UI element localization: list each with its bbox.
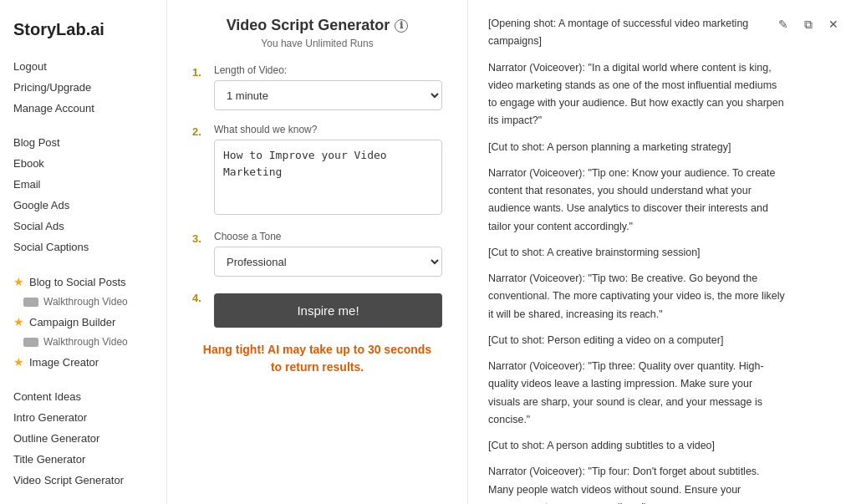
step-3: 3. Choose a Tone ProfessionalCasualInspi… [192, 231, 442, 277]
inspire-button[interactable]: Inspire me! [214, 293, 442, 328]
edit-icon[interactable]: ✎ [774, 15, 792, 33]
star-icon: ★ [13, 355, 24, 369]
loading-line2: to return results. [271, 360, 364, 374]
output-paragraph: [Cut to shot: A person adding subtitles … [488, 437, 786, 455]
step-3-num: 3. [192, 231, 206, 277]
step-2-content: What should we know? [214, 124, 442, 217]
output-paragraph: Narrator (Voiceover): "Tip two: Be creat… [488, 270, 786, 323]
pricing-link[interactable]: Pricing/Upgrade [0, 77, 166, 98]
output-icons: ✎ ⧉ ✕ [774, 15, 843, 33]
outline-generator-link[interactable]: Outline Generator [0, 428, 166, 449]
email-link[interactable]: Email [0, 174, 166, 195]
step-3-content: Choose a Tone ProfessionalCasualInspirat… [214, 231, 442, 277]
content-ideas-link[interactable]: Content Ideas [0, 386, 166, 407]
logo: StoryLab.ai [0, 13, 166, 56]
video-length-select[interactable]: 30 seconds1 minute2 minutes3 minutes5 mi… [214, 80, 442, 110]
main: Video Script Generator ℹ You have Unlimi… [167, 0, 856, 504]
tool-nav: Blog PostEbookEmailGoogle AdsSocial AdsS… [0, 132, 166, 257]
copy-icon[interactable]: ⧉ [799, 15, 818, 33]
loading-line1: Hang tight! AI may take up to 30 seconds [203, 343, 431, 356]
video-icon-small [23, 298, 38, 307]
step-4-content: Inspire me! [214, 293, 442, 328]
image-creator-link[interactable]: ★Image Creator [0, 351, 166, 373]
bottom-nav: Content IdeasIntro GeneratorOutline Gene… [0, 386, 166, 491]
ebook-link[interactable]: Ebook [0, 153, 166, 174]
close-icon[interactable]: ✕ [824, 15, 843, 33]
unlimited-runs-text: You have Unlimited Runs [192, 38, 442, 49]
social-captions-link[interactable]: Social Captions [0, 237, 166, 257]
output-panel: ✎ ⧉ ✕ [Opening shot: A montage of succes… [468, 0, 856, 504]
step-4-num: 4. [192, 290, 206, 328]
manage-account-link[interactable]: Manage Account [0, 98, 166, 119]
social-ads-link[interactable]: Social Ads [0, 216, 166, 237]
step-1: 1. Length of Video: 30 seconds1 minute2 … [192, 64, 442, 110]
output-paragraph: Narrator (Voiceover): "In a digital worl… [488, 59, 786, 130]
output-paragraph: [Cut to shot: Person editing a video on … [488, 332, 786, 349]
center-panel: Video Script Generator ℹ You have Unlimi… [167, 0, 468, 504]
title-generator-link[interactable]: Title Generator [0, 449, 166, 470]
output-paragraph: Narrator (Voiceover): "Tip three: Qualit… [488, 358, 786, 429]
step-4: 4. Inspire me! [192, 290, 442, 328]
page-title-container: Video Script Generator ℹ [192, 17, 442, 34]
google-ads-link[interactable]: Google Ads [0, 195, 166, 216]
campaign-builder-link[interactable]: ★Campaign Builder [0, 311, 166, 333]
sidebar: StoryLab.ai LogoutPricing/UpgradeManage … [0, 0, 167, 504]
star-icon: ★ [13, 315, 24, 328]
video-icon-small [23, 338, 38, 347]
output-paragraph: Narrator (Voiceover): "Tip four: Don't f… [488, 463, 786, 504]
output-paragraph: [Cut to shot: A creative brainstorming s… [488, 244, 786, 262]
step-2-num: 2. [192, 124, 206, 217]
page-title-text: Video Script Generator [227, 17, 390, 34]
step-1-num: 1. [192, 64, 206, 110]
step-3-label: Choose a Tone [214, 231, 442, 242]
star-icon: ★ [13, 275, 24, 288]
campaign-builder-link-walkthrough[interactable]: Walkthrough Video [0, 333, 166, 351]
tone-select[interactable]: ProfessionalCasualInspirationalHumorousI… [214, 247, 442, 277]
step-2: 2. What should we know? [192, 124, 442, 217]
output-paragraph: [Cut to shot: A person planning a market… [488, 139, 786, 156]
blog-to-social-link[interactable]: ★Blog to Social Posts [0, 271, 166, 293]
output-paragraph: Narrator (Voiceover): "Tip one: Know you… [488, 165, 786, 236]
info-icon[interactable]: ℹ [395, 19, 408, 33]
logout-link[interactable]: Logout [0, 56, 166, 77]
output-text: [Opening shot: A montage of successful v… [488, 15, 836, 504]
step-1-label: Length of Video: [214, 64, 442, 76]
intro-generator-link[interactable]: Intro Generator [0, 407, 166, 428]
blog-to-social-link-walkthrough[interactable]: Walkthrough Video [0, 293, 166, 311]
topic-textarea[interactable] [214, 140, 442, 215]
step-2-label: What should we know? [214, 124, 442, 135]
step-1-content: Length of Video: 30 seconds1 minute2 min… [214, 64, 442, 110]
blog-post-link[interactable]: Blog Post [0, 132, 166, 153]
loading-text: Hang tight! AI may take up to 30 seconds… [192, 341, 442, 376]
output-paragraph: [Opening shot: A montage of successful v… [488, 15, 786, 51]
featured-nav: ★Blog to Social PostsWalkthrough Video★C… [0, 271, 166, 373]
top-nav: LogoutPricing/UpgradeManage Account [0, 56, 166, 119]
video-script-generator-link[interactable]: Video Script Generator [0, 470, 166, 491]
